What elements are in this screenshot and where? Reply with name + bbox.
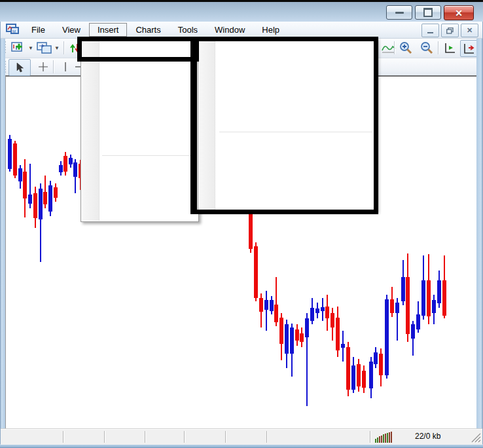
candle-body [351,365,355,390]
candle-body [416,314,420,329]
menu-tools[interactable]: Tools [170,23,206,37]
candle-body [249,214,253,249]
candle-body [28,195,32,204]
candle-body [421,280,425,316]
candle-body [385,299,389,375]
cursor-icon [16,62,24,73]
window-right-frame [476,22,483,444]
toolbar-separator [63,41,64,54]
candle-body [374,352,378,364]
auto-scroll-icon [463,43,476,55]
new-chart-dropdown-arrow[interactable]: ▼ [28,45,33,51]
resize-grip[interactable] [471,433,481,443]
new-chart-button[interactable] [10,40,27,56]
status-divider [104,431,105,443]
mt4-window: ✕ M FileViewInsertChartsToolsWindowHelp … [0,0,483,448]
candle-body [33,193,37,218]
status-divider [266,431,267,443]
chart-close-button[interactable]: ✕ [461,24,478,37]
chart-restore-button[interactable] [441,24,459,37]
candle-body [442,280,446,316]
crosshair-tool-button[interactable] [35,59,52,75]
candle-body [59,165,63,172]
menu-help[interactable]: Help [253,23,288,37]
candle-body [427,280,431,316]
candle-body [315,308,319,313]
menu-bar: M FileViewInsertChartsToolsWindowHelp ✕ [1,22,482,39]
title-bar[interactable]: ✕ [0,2,483,22]
indicator-list-button[interactable] [380,40,397,56]
menu-bar-items: FileViewInsertChartsToolsWindowHelp [23,23,288,37]
status-divider [225,431,226,443]
candle-body [321,307,325,311]
status-divider [145,431,145,443]
candle-body [270,300,274,311]
candle-body [362,371,366,388]
toolbar-separator [394,41,395,54]
mt4-chart-app-icon: M [6,24,19,37]
menu-charts[interactable]: Charts [127,23,169,37]
candle-body [48,185,52,212]
indicators-submenu [198,37,377,212]
candle-wick [266,291,267,331]
candle-body [401,277,405,301]
candle-body [264,300,268,310]
traffic-counter: 22/0 kb [415,432,440,441]
candle-body [300,333,304,342]
candle-body [285,324,289,354]
chart-restore-icon [446,28,454,34]
candle-body [18,168,22,181]
menu-icon-gutter [82,39,99,221]
candle-body [279,318,283,344]
auto-scroll-button[interactable] [460,40,478,57]
candle-body [305,318,309,337]
candle-body [346,347,350,390]
profiles-button[interactable] [36,40,53,56]
candle-body [73,162,77,177]
menu-window[interactable]: Window [206,23,253,37]
candle-body [325,307,329,318]
candle-body [411,324,415,339]
zoom-out-button[interactable] [418,40,435,56]
candle-body [290,327,294,354]
candle-body [13,143,17,176]
candle-body [406,277,410,334]
candle-body [254,246,258,298]
cursor-tool-button[interactable] [9,59,31,76]
candle-body [43,192,47,204]
menu-separator [219,132,372,132]
maximize-icon [423,8,433,17]
close-button[interactable]: ✕ [444,5,474,20]
candle-body [63,156,67,172]
candle-body [295,329,299,341]
candle-body [8,139,12,169]
candle-body [310,308,314,321]
status-bar: 22/0 kb [1,428,482,445]
status-divider [184,431,185,443]
chart-shift-button[interactable] [442,40,459,56]
minimize-button[interactable] [386,5,412,20]
profiles-dropdown-arrow[interactable]: ▼ [54,45,60,51]
chart-shift-icon [444,42,457,54]
candle-body [336,318,340,350]
candle-body [437,280,441,303]
candle-body [369,362,373,388]
chart-close-icon: ✕ [467,26,473,35]
zoom-in-icon [399,41,413,55]
maximize-button[interactable] [415,5,441,20]
chart-minimize-button[interactable] [421,24,439,37]
candle-body [432,300,436,313]
zoom-in-button[interactable] [397,40,414,56]
status-divider [63,431,63,443]
connection-status-icon [375,432,393,443]
menu-separator [102,155,194,156]
menu-view[interactable]: View [54,23,89,37]
menu-file[interactable]: File [23,23,54,37]
candle-body [395,303,399,313]
candle-body [357,364,361,386]
menu-insert[interactable]: Insert [89,23,128,37]
candle-body [54,187,58,198]
candle-body [341,344,345,348]
candle-body [379,354,383,375]
candle-body [390,299,394,313]
